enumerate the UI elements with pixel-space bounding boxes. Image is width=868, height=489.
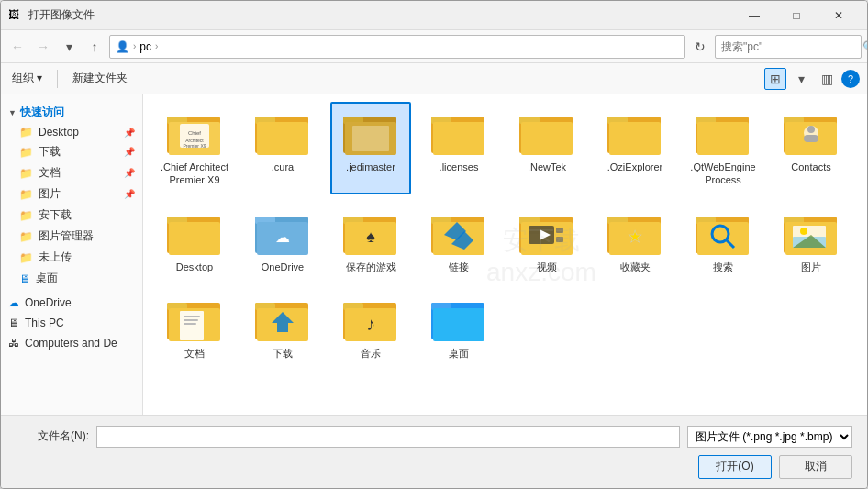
folder-icon-documents bbox=[167, 295, 222, 343]
file-item-links[interactable]: 链接 bbox=[418, 202, 499, 281]
search-box[interactable]: 🔍 bbox=[715, 35, 862, 59]
sidebar-anzai-label: 安下载 bbox=[39, 207, 72, 223]
file-label-savedgames: 保存的游戏 bbox=[346, 261, 396, 273]
file-item-jedimaster[interactable]: .jedimaster bbox=[330, 102, 411, 194]
filename-input[interactable] bbox=[96, 426, 680, 448]
quick-access-header[interactable]: ▼ 快速访问 bbox=[1, 102, 142, 123]
minimize-button[interactable]: — bbox=[733, 1, 775, 30]
bottom-bar: 文件名(N): 图片文件 (*.png *.jpg *.bmp) 打开(O) 取… bbox=[1, 415, 867, 488]
sidebar-downloads-label: 下载 bbox=[39, 144, 61, 160]
file-item-chief[interactable]: Chief Architect Premier X9 .Chief Archit… bbox=[154, 102, 235, 194]
file-item-downloads-f[interactable]: 下载 bbox=[242, 288, 323, 367]
svg-rect-17 bbox=[433, 122, 484, 155]
cancel-button[interactable]: 取消 bbox=[779, 455, 852, 479]
refresh-button[interactable]: ↻ bbox=[689, 35, 711, 59]
recent-locations-button[interactable]: ▾ bbox=[58, 36, 80, 58]
sidebar-item-docs[interactable]: 📁 文档 📌 bbox=[1, 162, 142, 183]
sidebar-item-thispc[interactable]: 🖥 This PC bbox=[1, 313, 142, 333]
svg-rect-26 bbox=[697, 122, 749, 155]
sidebar-item-pictures[interactable]: 📁 图片 📌 bbox=[1, 183, 142, 205]
file-item-qtwebengine[interactable]: .QtWebEngineProcess bbox=[683, 102, 763, 194]
svg-rect-75 bbox=[180, 311, 204, 340]
file-item-newtek[interactable]: .NewTek bbox=[506, 102, 587, 194]
file-item-documents-f[interactable]: 文档 bbox=[154, 288, 235, 367]
sidebar-item-notup[interactable]: 📁 未上传 bbox=[1, 247, 142, 268]
dialog-window: 🖼 打开图像文件 — □ ✕ ← → ▾ ↑ 👤 › pc › ↻ 🔍 组织 ▾… bbox=[0, 0, 868, 489]
title-bar: 🖼 打开图像文件 — □ ✕ bbox=[1, 1, 867, 30]
file-label-downloads-f: 下载 bbox=[273, 347, 293, 360]
search-input[interactable] bbox=[721, 40, 859, 53]
new-folder-button[interactable]: 新建文件夹 bbox=[69, 68, 131, 89]
file-item-onedrive-f[interactable]: ☁ OneDrive bbox=[242, 202, 323, 281]
thispc-label: This PC bbox=[25, 317, 64, 329]
title-icon: 🖼 bbox=[8, 8, 23, 23]
folder-icon-videos bbox=[519, 209, 574, 257]
file-item-pictures-f[interactable]: 图片 bbox=[771, 202, 851, 281]
file-label-pictures-f: 图片 bbox=[801, 261, 821, 273]
folder-icon-licenses bbox=[431, 109, 486, 157]
view-detail-button[interactable]: ▥ bbox=[816, 68, 838, 90]
sidebar-item-picmanager[interactable]: 📁 图片管理器 bbox=[1, 226, 142, 247]
file-label-cura: .cura bbox=[272, 161, 294, 173]
sidebar-item-computers[interactable]: 🖧 Computers and De bbox=[1, 333, 142, 353]
up-button[interactable]: ↑ bbox=[83, 36, 106, 58]
file-item-savedgames[interactable]: ♠ 保存的游戏 bbox=[330, 202, 411, 281]
svg-text:♠: ♠ bbox=[366, 228, 375, 246]
svg-point-31 bbox=[807, 126, 815, 133]
file-item-music-f[interactable]: ♪ 音乐 bbox=[330, 288, 411, 367]
address-bar[interactable]: 👤 › pc › bbox=[109, 35, 685, 59]
view-dropdown-button[interactable]: ▾ bbox=[790, 68, 812, 90]
close-button[interactable]: ✕ bbox=[818, 1, 860, 30]
svg-text:♪: ♪ bbox=[366, 314, 375, 334]
file-item-videos[interactable]: 视频 bbox=[506, 202, 587, 281]
file-item-desktop3[interactable]: 桌面 bbox=[418, 288, 499, 367]
folder-icon-jedi bbox=[343, 109, 398, 157]
file-item-favorites[interactable]: ★ 收藏夹 bbox=[595, 202, 675, 281]
back-button[interactable]: ← bbox=[6, 36, 28, 58]
file-item-search[interactable]: 搜索 bbox=[683, 202, 763, 281]
filetype-select[interactable]: 图片文件 (*.png *.jpg *.bmp) bbox=[687, 426, 852, 448]
sidebar-docs-label: 文档 bbox=[39, 165, 61, 181]
file-item-oziexplorer[interactable]: .OziExplorer bbox=[595, 102, 675, 194]
help-button[interactable]: ? bbox=[841, 70, 860, 88]
organize-button[interactable]: 组织 ▾ bbox=[8, 68, 46, 89]
file-item-contacts[interactable]: Contacts bbox=[771, 102, 851, 194]
file-item-licenses[interactable]: .licenses bbox=[418, 102, 499, 194]
pin-icon: 📌 bbox=[124, 147, 135, 157]
sidebar-item-desktop2[interactable]: 🖥 桌面 bbox=[1, 268, 142, 289]
sidebar-item-desktop[interactable]: 📁 Desktop 📌 bbox=[1, 123, 142, 141]
folder-icon-desktop3 bbox=[431, 295, 486, 343]
sidebar-item-downloads[interactable]: 📁 下载 📌 bbox=[1, 141, 142, 162]
sidebar-pictures-label: 图片 bbox=[39, 186, 61, 202]
quick-access-label: 快速访问 bbox=[20, 105, 64, 120]
file-item-desktop-f[interactable]: Desktop bbox=[154, 202, 235, 281]
svg-rect-10 bbox=[257, 122, 308, 155]
folder-icon-pictures bbox=[784, 209, 839, 257]
folder-icon: 📁 bbox=[19, 167, 33, 180]
filename-row: 文件名(N): 图片文件 (*.png *.jpg *.bmp) bbox=[16, 426, 852, 448]
svg-rect-32 bbox=[804, 135, 818, 142]
svg-rect-76 bbox=[184, 316, 200, 317]
open-button[interactable]: 打开(O) bbox=[698, 455, 772, 479]
forward-button[interactable]: → bbox=[32, 36, 54, 58]
folder-icon: 📁 bbox=[19, 230, 33, 243]
view-grid-button[interactable]: ⊞ bbox=[764, 68, 786, 90]
maximize-button[interactable]: □ bbox=[775, 1, 818, 30]
main-content: ▼ 快速访问 📁 Desktop 📌 📁 下载 📌 📁 文档 📌 bbox=[1, 94, 867, 415]
folder-icon-search bbox=[696, 209, 751, 257]
sidebar-desktop-label: Desktop bbox=[39, 126, 79, 139]
svg-text:★: ★ bbox=[628, 228, 642, 246]
network-icon: 🖧 bbox=[8, 337, 19, 350]
chevron-icon: ▼ bbox=[8, 108, 17, 117]
sidebar-item-anzai[interactable]: 📁 安下载 bbox=[1, 205, 142, 226]
svg-rect-55 bbox=[556, 237, 563, 242]
svg-rect-89 bbox=[433, 308, 484, 341]
folder-icon-savedgames: ♠ bbox=[343, 209, 398, 257]
file-item-cura[interactable]: .cura bbox=[242, 102, 323, 194]
pin-icon: 📌 bbox=[124, 168, 135, 178]
folder-icon: 📁 bbox=[19, 209, 33, 222]
sidebar-item-onedrive[interactable]: ☁ OneDrive bbox=[1, 293, 142, 313]
file-area-wrapper: Chief Architect Premier X9 .Chief Archit… bbox=[143, 94, 867, 415]
folder-icon: 📁 bbox=[19, 251, 33, 264]
svg-rect-77 bbox=[184, 319, 198, 321]
